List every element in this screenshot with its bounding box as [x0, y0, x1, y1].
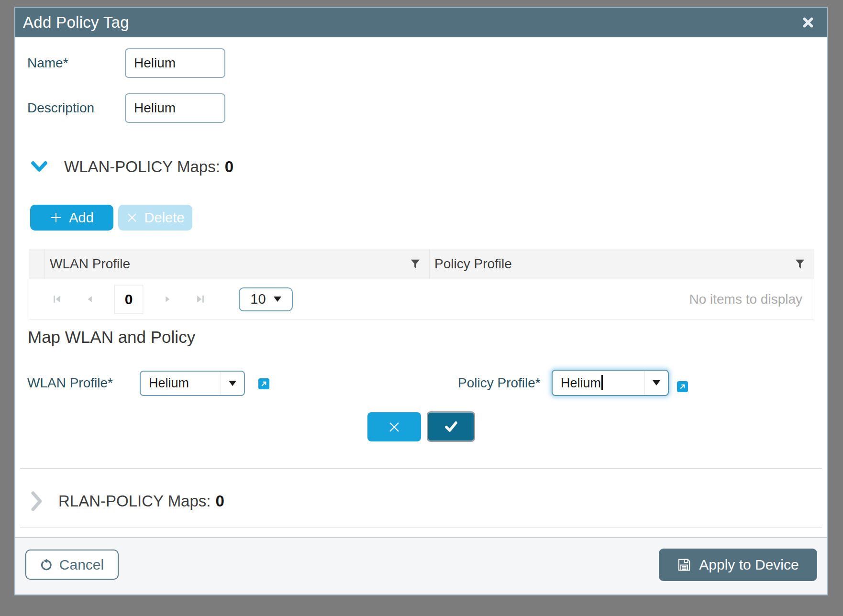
page-size-select[interactable]: 10	[239, 287, 293, 311]
dialog-footer: Cancel Apply to Device	[15, 537, 827, 594]
page-size-value: 10	[250, 291, 266, 307]
policy-profile-column-header[interactable]: Policy Profile	[430, 249, 814, 279]
x-icon	[126, 212, 138, 223]
policy-profile-external-link-button[interactable]	[677, 381, 688, 392]
rlan-policy-section-toggle[interactable]: RLAN-POLICY Maps:0	[31, 491, 224, 512]
external-link-icon	[260, 380, 268, 388]
dropdown-arrow-zone[interactable]	[644, 371, 668, 395]
close-icon	[802, 16, 814, 29]
cancel-button-label: Cancel	[59, 557, 104, 573]
wlan-policy-table: WLAN Profile Policy Profile	[29, 249, 814, 319]
wlan-profile-value: Helium	[141, 376, 221, 391]
wlan-profile-external-link-button[interactable]	[258, 378, 269, 389]
rlan-policy-title-text: RLAN-POLICY Maps:	[58, 492, 211, 510]
next-page-button[interactable]	[163, 295, 172, 304]
select-column-header	[29, 249, 45, 279]
apply-button-label: Apply to Device	[699, 557, 799, 573]
current-page-indicator[interactable]: 0	[114, 285, 143, 314]
caret-down-icon	[653, 380, 660, 385]
delete-button-label: Delete	[144, 210, 185, 226]
dropdown-arrow-zone[interactable]	[221, 372, 244, 395]
filter-icon[interactable]	[410, 259, 421, 269]
chevron-down-icon	[31, 161, 47, 174]
last-page-button[interactable]	[195, 294, 205, 304]
last-page-icon	[195, 294, 205, 304]
wlan-policy-section-toggle[interactable]: WLAN-POLICY Maps:0	[31, 158, 233, 176]
dialog-header: Add Policy Tag	[15, 8, 827, 37]
empty-table-message: No items to display	[689, 292, 802, 307]
rlan-policy-section-title: RLAN-POLICY Maps:0	[58, 492, 224, 510]
dialog-title: Add Policy Tag	[23, 13, 129, 32]
x-icon	[387, 419, 402, 435]
next-page-icon	[163, 295, 172, 304]
cancel-mapping-button[interactable]	[367, 412, 421, 441]
first-page-icon	[52, 294, 62, 304]
add-policy-tag-dialog: Add Policy Tag Name* Description WLAN-PO…	[14, 7, 828, 595]
filter-icon[interactable]	[795, 259, 805, 269]
add-button[interactable]: Add	[30, 205, 113, 231]
table-header-row: WLAN Profile Policy Profile	[29, 249, 814, 279]
apply-to-device-button[interactable]: Apply to Device	[659, 549, 817, 581]
text-cursor	[601, 375, 603, 390]
wlan-profile-dropdown[interactable]: Helium	[140, 371, 245, 396]
previous-page-icon	[85, 295, 94, 304]
previous-page-button[interactable]	[85, 295, 94, 304]
section-divider	[20, 528, 822, 528]
confirm-mapping-button[interactable]	[427, 411, 475, 442]
close-button[interactable]	[801, 15, 815, 30]
first-page-button[interactable]	[52, 294, 62, 304]
section-divider	[20, 468, 822, 469]
wlan-profile-column-header[interactable]: WLAN Profile	[45, 249, 430, 279]
check-icon	[444, 419, 459, 434]
chevron-right-icon	[31, 491, 43, 512]
cancel-button[interactable]: Cancel	[25, 550, 119, 580]
page-backdrop: { "dialog": { "title": "Add Policy Tag" …	[0, 0, 843, 616]
plus-icon	[50, 211, 62, 224]
description-input[interactable]	[125, 93, 225, 123]
add-button-label: Add	[69, 210, 94, 226]
caret-down-icon	[229, 381, 236, 386]
description-label: Description	[27, 100, 94, 116]
undo-icon	[40, 559, 53, 571]
policy-profile-column-label: Policy Profile	[434, 256, 512, 272]
name-input[interactable]	[125, 48, 225, 78]
wlan-policy-section-title: WLAN-POLICY Maps:0	[64, 158, 233, 176]
delete-button[interactable]: Delete	[118, 205, 192, 231]
external-link-icon	[678, 383, 687, 391]
name-label: Name*	[27, 55, 68, 71]
policy-profile-dropdown[interactable]: Helium	[552, 370, 669, 396]
wlan-policy-actions: Add Delete	[30, 205, 192, 231]
wlan-policy-count: 0	[225, 158, 233, 176]
wlan-profile-label: WLAN Profile*	[27, 375, 113, 391]
table-pagination: 0 10 No items to display	[29, 279, 814, 319]
map-section-title: Map WLAN and Policy	[28, 328, 195, 347]
caret-down-icon	[274, 297, 281, 302]
wlan-policy-title-text: WLAN-POLICY Maps:	[64, 158, 220, 176]
policy-profile-label: Policy Profile*	[458, 375, 541, 391]
policy-profile-value: Helium	[553, 375, 644, 391]
save-icon	[677, 558, 691, 572]
policy-profile-value-text: Helium	[561, 376, 601, 390]
wlan-profile-column-label: WLAN Profile	[50, 256, 130, 272]
map-section-row: WLAN Profile* Helium Policy Profile* Hel…	[15, 369, 827, 397]
rlan-policy-count: 0	[216, 492, 224, 510]
